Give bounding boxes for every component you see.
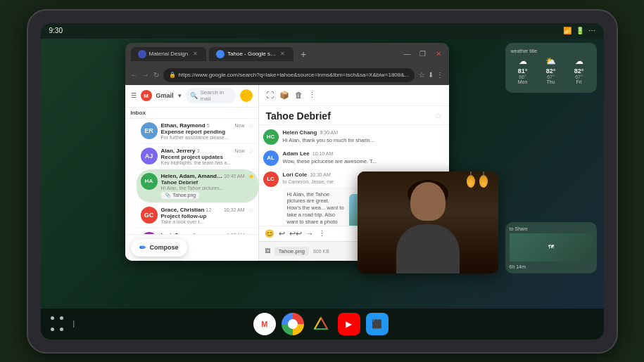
email-time-alan: Now xyxy=(234,148,244,153)
chrome-minimize-button[interactable]: — xyxy=(403,49,412,59)
email-preview-alan: Key highlights: the team has a... xyxy=(161,160,245,165)
taskbar-app-gmail[interactable]: M xyxy=(253,313,276,335)
dot-1 xyxy=(51,316,54,320)
email-avatar-lori: LS xyxy=(141,232,158,234)
gmail-user-avatar[interactable] xyxy=(240,89,253,102)
gmail-search-bar[interactable]: 🔍 Search in mail xyxy=(186,88,236,103)
email-star-lori[interactable]: ☆ xyxy=(248,232,254,234)
weather-low-fri: 67° xyxy=(567,75,591,79)
chrome-forward-button[interactable]: → xyxy=(142,71,149,79)
chrome-tab-close-1[interactable]: ✕ xyxy=(191,50,199,58)
material-design-favicon xyxy=(138,50,146,58)
reply-icon[interactable]: ↩ xyxy=(279,229,285,238)
weather-row: ☁ 81° 66° Mon ⛅ 82° 67° Thu ☁ 82° 67 xyxy=(511,56,591,84)
gmail-header: ☰ M Gmail ▾ 🔍 Search in mail xyxy=(125,85,258,108)
delete-icon[interactable]: 🗑 xyxy=(295,91,303,99)
taskbar-separator: | xyxy=(73,320,75,328)
person-head xyxy=(410,182,446,221)
email-star-ethan[interactable]: ☆ xyxy=(248,122,254,129)
weather-icon-thu: ⛅ xyxy=(539,56,563,66)
email-star-helen[interactable]: ★ xyxy=(248,173,254,180)
chrome-close-button[interactable]: ✕ xyxy=(434,49,443,59)
taskbar-app-youtube[interactable]: ▶ xyxy=(338,313,360,335)
chrome-tab-label-1: Material Design xyxy=(149,51,189,57)
email-list: ER Ethan, Raymond 5 Now Expense report p… xyxy=(125,119,258,234)
more-reply-icon[interactable]: ⋮ xyxy=(318,229,326,238)
email-time-lori: 6:22 AM xyxy=(227,233,245,234)
chrome-menu-icon[interactable]: ⋮ xyxy=(436,71,443,79)
msg-body-adam: Wow, these pictucese are awesome. T... xyxy=(283,158,445,165)
email-preview-helen: Hi Alan, the Tahoe pictures... xyxy=(161,186,245,190)
chrome-url-field[interactable]: 🔒 https://www.google.com/search?q=lake+t… xyxy=(163,68,415,82)
more-icon[interactable]: ⋮ xyxy=(308,91,316,100)
attachment-filename: Tahoe.png xyxy=(279,248,305,254)
chrome-action-icons: ☆ ⬇ ⋮ xyxy=(419,71,443,79)
taskbar-app-drive[interactable] xyxy=(310,313,332,335)
email-sender-helen: Helen, Adam, Amanda 4 xyxy=(161,173,224,179)
gmail-nav-bar: Inbox xyxy=(125,108,258,119)
email-subject-alan: Recent project updates xyxy=(161,154,245,160)
map-route-info: 6h 14m xyxy=(510,264,593,269)
archive-icon[interactable]: 📦 xyxy=(279,91,289,100)
chrome-tab-material-design[interactable]: Material Design ✕ xyxy=(131,47,207,61)
email-content-ethan: Ethan, Raymond 5 Now Expense report pend… xyxy=(161,122,245,140)
attachment-name-chip: Tahoe.png xyxy=(173,193,196,198)
weather-high-fri: 82° xyxy=(567,67,591,75)
bookmark-icon[interactable]: ☆ xyxy=(419,71,425,79)
email-attachment-chip: 📎 Tahoe.png xyxy=(161,192,200,199)
email-star-alan[interactable]: ☆ xyxy=(248,148,254,155)
email-item-grace[interactable]: GC Grace, Christian 12 10:32 AM Project … xyxy=(137,203,258,228)
reply-all-icon[interactable]: ↩↩ xyxy=(289,229,302,238)
weather-day-thu: ⛅ 82° 67° Thu xyxy=(539,56,563,84)
taskbar-app-chrome[interactable] xyxy=(282,313,304,335)
email-item-ethan[interactable]: ER Ethan, Raymond 5 Now Expense report p… xyxy=(137,119,258,144)
chrome-new-tab-button[interactable]: + xyxy=(296,47,310,61)
msg-time-adam: 10:10 AM xyxy=(312,151,334,156)
weather-widget: weather title ☁ 81° 66° Mon ⛅ 82° 67° Th… xyxy=(505,43,597,93)
dot-4 xyxy=(60,328,63,331)
map-share-label: to Share xyxy=(510,226,593,231)
map-placeholder: 🗺 xyxy=(510,233,593,261)
emoji-icon[interactable]: 😊 xyxy=(265,229,274,238)
chrome-back-button[interactable]: ← xyxy=(131,71,138,79)
expand-icon[interactable]: ⛶ xyxy=(266,91,274,99)
msg-sender-helen: Helen Chang xyxy=(283,129,317,136)
email-detail-header: ⛶ 📦 🗑 ⋮ xyxy=(259,85,449,106)
pendant-light-1 xyxy=(467,175,475,188)
email-avatar-ethan: ER xyxy=(141,122,158,139)
msg-body-lori-cole: Hi Alan, the Tahoe pictures are great. H… xyxy=(287,191,345,226)
chrome-tab-close-2[interactable]: ✕ xyxy=(279,50,286,58)
chrome-tab-tahoe[interactable]: Tahoe - Google search ✕ xyxy=(209,47,293,61)
taskbar-app-files[interactable]: ⬛ xyxy=(366,313,389,335)
email-time-helen: 10:40 AM xyxy=(224,174,245,179)
email-sender-lori: Lori, Susan 2 xyxy=(161,232,196,234)
email-subject-ethan: Expense report pending xyxy=(161,129,245,135)
dot-2 xyxy=(60,316,63,320)
msg-avatar-lori-cole: LC xyxy=(263,172,279,187)
gmail-dropdown-icon[interactable]: ▾ xyxy=(178,92,182,99)
chrome-restore-button[interactable]: ❐ xyxy=(418,49,428,59)
email-content-alan: Alan, Jerrery 3 Now Recent project updat… xyxy=(161,148,245,165)
chrome-refresh-button[interactable]: ↻ xyxy=(153,71,159,79)
files-taskbar-icon: ⬛ xyxy=(372,319,382,329)
forward-icon[interactable]: → xyxy=(306,229,314,238)
email-item-alan[interactable]: AJ Alan, Jerrery 3 Now Recent project up… xyxy=(137,144,258,169)
download-icon[interactable]: ⬇ xyxy=(428,71,434,79)
app-grid-button[interactable] xyxy=(49,314,69,334)
weather-label: weather title xyxy=(511,49,591,53)
chrome-window-controls: — ❐ ✕ xyxy=(403,49,443,59)
chrome-tab-label-2: Tahoe - Google search xyxy=(227,51,277,57)
compose-button[interactable]: ✏ Compose xyxy=(131,239,187,257)
gmail-label: Gmail xyxy=(156,92,174,99)
email-star-detail[interactable]: ☆ xyxy=(434,111,442,121)
youtube-taskbar-icon: ▶ xyxy=(346,319,352,329)
email-item-lori[interactable]: LS Lori, Susan 2 6:22 AM Take a look ove… xyxy=(137,228,258,234)
email-preview-grace: Take a look over t... xyxy=(161,219,245,224)
taskbar: | M xyxy=(41,309,604,340)
gmail-menu-icon[interactable]: ☰ xyxy=(131,92,137,99)
attachment-name-bar[interactable]: Tahoe.png xyxy=(274,247,309,256)
email-star-grace[interactable]: ☆ xyxy=(248,207,254,214)
email-item-helen[interactable]: HA Helen, Adam, Amanda 4 10:40 AM Tahoe … xyxy=(137,169,258,203)
weather-day-fri: ☁ 82° 67° Fri xyxy=(567,56,591,84)
main-area: Material Design ✕ Tahoe - Google search … xyxy=(41,39,604,309)
